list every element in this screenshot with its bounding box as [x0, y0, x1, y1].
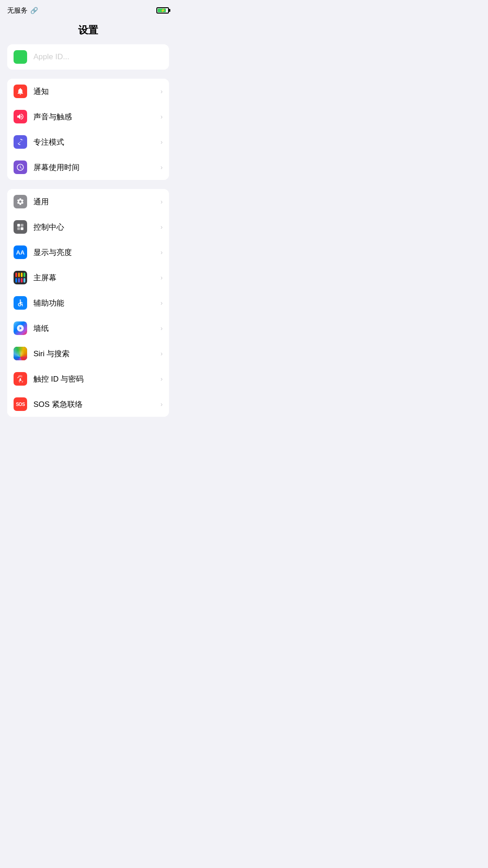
siri-chevron: ›: [160, 350, 163, 357]
link-icon: 🔗: [30, 7, 38, 14]
screentime-icon: [14, 160, 27, 174]
notifications-item[interactable]: 通知 ›: [7, 79, 169, 104]
general-item[interactable]: 通用 ›: [7, 189, 169, 214]
wallpaper-chevron: ›: [160, 325, 163, 332]
svg-rect-3: [21, 227, 23, 230]
siri-label: Siri 与搜索: [33, 349, 157, 359]
touchid-chevron: ›: [160, 375, 163, 382]
screentime-chevron: ›: [160, 164, 163, 171]
controlcenter-label: 控制中心: [33, 222, 157, 232]
section-general: 通用 › 控制中心 › AA 显示与亮度 ›: [7, 189, 169, 417]
accessibility-icon: [14, 296, 27, 310]
wallpaper-icon: [14, 321, 27, 335]
display-icon: AA: [14, 245, 27, 259]
screentime-label: 屏幕使用时间: [33, 162, 157, 173]
notifications-chevron: ›: [160, 88, 163, 95]
homescreen-icon: [14, 271, 27, 284]
display-label: 显示与亮度: [33, 247, 157, 258]
focus-icon: [14, 135, 27, 149]
status-bar: 无服务 🔗 ⚡: [0, 0, 176, 20]
sos-icon: SOS: [14, 397, 27, 411]
svg-rect-2: [17, 227, 20, 230]
controlcenter-item[interactable]: 控制中心 ›: [7, 214, 169, 240]
focus-label: 专注模式: [33, 137, 157, 147]
top-section: Apple ID...: [7, 44, 169, 70]
sounds-chevron: ›: [160, 113, 163, 120]
page-title: 设置: [0, 20, 176, 44]
touchid-item[interactable]: 触控 ID 与密码 ›: [7, 366, 169, 392]
signal-status: 无服务 🔗: [7, 6, 38, 15]
touchid-icon: [14, 372, 27, 386]
screentime-item[interactable]: 屏幕使用时间 ›: [7, 155, 169, 180]
controlcenter-chevron: ›: [160, 223, 163, 231]
apple-id-item[interactable]: Apple ID...: [7, 44, 169, 70]
wallpaper-item[interactable]: 墙纸 ›: [7, 316, 169, 341]
apple-id-icon: [14, 50, 27, 64]
svg-rect-0: [17, 224, 20, 226]
accessibility-item[interactable]: 辅助功能 ›: [7, 290, 169, 316]
display-chevron: ›: [160, 249, 163, 256]
sounds-item[interactable]: 声音与触感 ›: [7, 104, 169, 129]
general-icon: [14, 195, 27, 208]
apple-id-label: Apple ID...: [33, 52, 69, 61]
sos-label: SOS 紧急联络: [33, 399, 157, 410]
accessibility-label: 辅助功能: [33, 298, 157, 308]
sos-chevron: ›: [160, 401, 163, 408]
signal-text: 无服务: [7, 6, 28, 15]
section-notifications: 通知 › 声音与触感 › 专注模式 › 屏幕使用时间 ›: [7, 79, 169, 180]
battery-icon: ⚡: [156, 7, 169, 14]
general-label: 通用: [33, 197, 157, 207]
homescreen-item[interactable]: 主屏幕 ›: [7, 265, 169, 290]
siri-icon: [14, 347, 27, 360]
wallpaper-label: 墙纸: [33, 323, 157, 334]
sounds-label: 声音与触感: [33, 112, 157, 122]
homescreen-label: 主屏幕: [33, 273, 157, 283]
notifications-icon: [14, 85, 27, 98]
display-item[interactable]: AA 显示与亮度 ›: [7, 240, 169, 265]
controlcenter-icon: [14, 220, 27, 234]
focus-chevron: ›: [160, 138, 163, 146]
homescreen-chevron: ›: [160, 274, 163, 281]
accessibility-chevron: ›: [160, 299, 163, 307]
siri-item[interactable]: Siri 与搜索 ›: [7, 341, 169, 366]
sos-item[interactable]: SOS SOS 紧急联络 ›: [7, 392, 169, 417]
battery-bolt: ⚡: [160, 8, 165, 13]
general-chevron: ›: [160, 198, 163, 205]
touchid-label: 触控 ID 与密码: [33, 374, 157, 384]
svg-point-4: [20, 300, 21, 301]
notifications-label: 通知: [33, 86, 157, 97]
svg-rect-1: [21, 224, 23, 226]
sounds-icon: [14, 110, 27, 123]
focus-item[interactable]: 专注模式 ›: [7, 129, 169, 155]
battery-area: ⚡: [156, 7, 169, 14]
